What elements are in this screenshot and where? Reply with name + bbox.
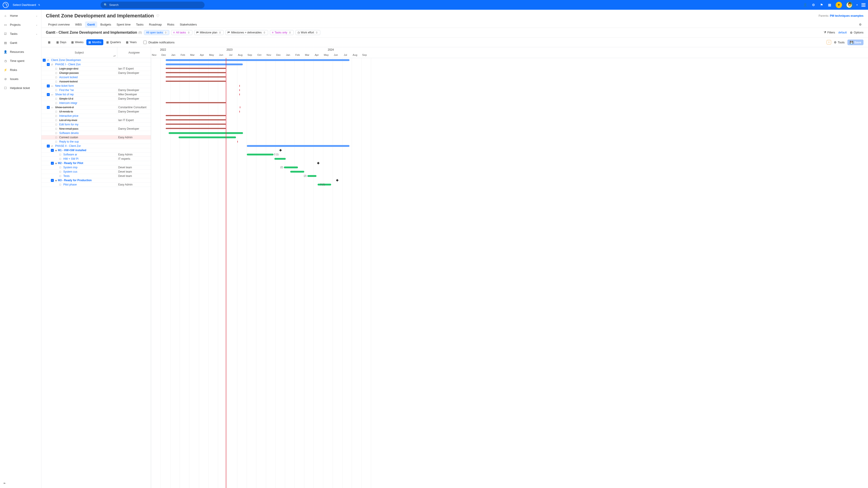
gantt-bar[interactable] bbox=[290, 171, 304, 173]
row-name[interactable]: Reply to the sup bbox=[59, 140, 79, 143]
milestone-diamond[interactable] bbox=[279, 149, 282, 151]
filter-chip[interactable]: ◷Work effort0 bbox=[296, 30, 320, 35]
tab-wbs[interactable]: WBS bbox=[73, 22, 84, 28]
dashboard-selector[interactable]: Select Dashboard ⇅ bbox=[13, 3, 40, 6]
table-row[interactable]: ☐Pilot phaseEasy Admin bbox=[41, 183, 151, 187]
sliders-icon[interactable]: ⚙ bbox=[811, 3, 815, 7]
expand-toggle[interactable]: − bbox=[47, 85, 50, 88]
table-row[interactable]: ☐Change passwoDanny Developer bbox=[41, 71, 151, 75]
gantt-bar[interactable] bbox=[247, 145, 349, 147]
sidebar-item-helpdesk-ticket[interactable]: ☐Helpdesk ticket bbox=[0, 84, 41, 92]
table-row[interactable]: ☐Software arEasy Admin bbox=[41, 153, 151, 157]
expand-toggle[interactable]: − bbox=[47, 106, 50, 109]
chevron-down-icon[interactable]: ▾ bbox=[857, 4, 858, 6]
disable-checkbox[interactable] bbox=[143, 41, 147, 44]
table-row[interactable]: ☐Reply to the sup bbox=[41, 140, 151, 144]
filter-chip[interactable]: All tasks0 bbox=[171, 30, 192, 35]
row-name[interactable]: M1 - HW+SW installed bbox=[58, 149, 86, 152]
zoom-weeks[interactable]: ▦Weeks bbox=[69, 39, 86, 45]
tab-project-overview[interactable]: Project overview bbox=[46, 22, 72, 28]
tab-gantt[interactable]: Gantt bbox=[85, 22, 97, 28]
tab-tasks[interactable]: Tasks bbox=[134, 22, 146, 28]
row-name[interactable]: Find the "ne bbox=[59, 89, 74, 92]
filter-chip[interactable]: Milestone plan0 bbox=[194, 30, 224, 35]
row-name[interactable]: Login page desi bbox=[59, 67, 79, 70]
sidebar-item-projects[interactable]: ▭Projects⌄ bbox=[0, 20, 41, 29]
row-name[interactable]: Connect custon bbox=[59, 136, 78, 139]
zoom-days[interactable]: ▦Days bbox=[54, 39, 68, 45]
row-name[interactable]: Show current cl bbox=[55, 106, 74, 109]
row-name[interactable]: System cus bbox=[63, 170, 77, 173]
gantt-bar[interactable] bbox=[168, 132, 243, 134]
filter-chip[interactable]: Milestones + deliverables0 bbox=[225, 30, 268, 35]
row-name[interactable]: Change passwo bbox=[59, 71, 79, 74]
app-logo[interactable] bbox=[3, 2, 8, 8]
expand-toggle[interactable]: − bbox=[47, 93, 50, 96]
table-row[interactable]: −∅PHASE II - Client Zor bbox=[41, 144, 151, 148]
row-name[interactable]: Edit form for my bbox=[59, 123, 79, 126]
row-name[interactable]: PHASE II - Client Zor bbox=[55, 144, 81, 148]
table-row[interactable]: ☐New email passDanny Developer bbox=[41, 127, 151, 131]
zoom-months[interactable]: ▦Months bbox=[86, 39, 103, 45]
table-row[interactable]: ☐HW + SW PlIT experts bbox=[41, 157, 151, 161]
table-row[interactable]: ☐Intercom integr bbox=[41, 101, 151, 105]
options-button[interactable]: ⚙Options bbox=[850, 31, 864, 34]
gantt-bar[interactable] bbox=[166, 119, 226, 121]
disable-notifications[interactable]: Disable notifications bbox=[143, 41, 175, 44]
row-name[interactable]: Simple UI d bbox=[59, 97, 73, 100]
row-name[interactable]: PHASE I - Client Zon bbox=[55, 63, 81, 66]
sidebar-item-tasks[interactable]: ☑Tasks⌄ bbox=[0, 29, 41, 38]
table-row[interactable]: −◆M1 - HW+SW installed bbox=[41, 148, 151, 153]
table-row[interactable]: ☐Account locked bbox=[41, 79, 151, 84]
row-name[interactable]: New ticket form bbox=[55, 84, 74, 88]
heart-icon[interactable]: ♡ bbox=[156, 14, 159, 18]
table-row[interactable]: ☐Edit form for my bbox=[41, 123, 151, 127]
row-name[interactable]: Account locked bbox=[59, 80, 78, 83]
tab-stakeholders[interactable]: Stakeholders bbox=[178, 22, 199, 28]
row-name[interactable]: Account locked bbox=[59, 76, 78, 79]
gantt-bar[interactable] bbox=[166, 124, 226, 125]
gantt-bar[interactable] bbox=[274, 158, 286, 160]
sidebar-item-gantt[interactable]: ▤Gantt bbox=[0, 38, 41, 47]
gantt-bar[interactable] bbox=[166, 68, 226, 69]
search-input[interactable]: 🔍 Search bbox=[101, 2, 205, 8]
table-row[interactable]: ☐Find the "neDanny Developer bbox=[41, 88, 151, 92]
row-name[interactable]: Show list of rep bbox=[55, 93, 74, 96]
sidebar-item-risks[interactable]: ⚡Risks bbox=[0, 65, 41, 74]
milestone-diamond[interactable] bbox=[317, 162, 319, 164]
calendar-picker[interactable]: ▦ bbox=[46, 39, 53, 45]
table-row[interactable]: −∅Client Zone Developmen bbox=[41, 58, 151, 62]
row-name[interactable]: List of my invoi bbox=[59, 119, 77, 122]
zoom-quarters[interactable]: ▦Quarters bbox=[104, 39, 123, 45]
table-row[interactable]: −◆M3 - Ready for Production bbox=[41, 178, 151, 183]
calendar-icon[interactable]: ▦ bbox=[828, 3, 832, 7]
row-name[interactable]: System imp bbox=[63, 166, 78, 169]
table-row[interactable]: −▭Show current clConstantine Consultant bbox=[41, 105, 151, 109]
expand-toggle[interactable]: − bbox=[51, 162, 54, 165]
filter-chip[interactable]: All open tasks0 bbox=[144, 30, 169, 35]
expand-toggle[interactable]: − bbox=[51, 179, 54, 182]
table-row[interactable]: −◆M2 - Ready for Pilot bbox=[41, 161, 151, 165]
table-row[interactable]: −∅PHASE I - Client Zon bbox=[41, 62, 151, 67]
gantt-bar[interactable] bbox=[166, 76, 226, 77]
table-row[interactable]: ☐Connect custonEasy Admin bbox=[41, 135, 151, 140]
collapse-sidebar-button[interactable]: ⇤ bbox=[0, 478, 41, 488]
table-row[interactable]: ☐Account locked bbox=[41, 75, 151, 79]
table-row[interactable]: ☐Simple UI dDanny Developer bbox=[41, 97, 151, 101]
sort-icon[interactable]: ▴▾ bbox=[114, 55, 116, 57]
gantt-bar[interactable] bbox=[166, 115, 226, 116]
tools-button[interactable]: ⚙Tools bbox=[834, 41, 844, 44]
subject-header[interactable]: Subject bbox=[74, 51, 84, 54]
save-button[interactable]: 💾Save bbox=[847, 39, 864, 45]
info-badge[interactable]: i bbox=[827, 40, 831, 44]
table-row[interactable]: ☐Login page desiIan IT Expert bbox=[41, 67, 151, 71]
table-row[interactable]: ☐List of my invoiIan IT Expert bbox=[41, 118, 151, 123]
sidebar-item-resources[interactable]: 👤Resources bbox=[0, 47, 41, 56]
gantt-bar[interactable] bbox=[166, 102, 226, 103]
milestone-diamond[interactable] bbox=[336, 179, 338, 182]
row-name[interactable]: Software develo bbox=[59, 131, 79, 135]
expand-toggle[interactable]: − bbox=[43, 59, 46, 62]
assignee-header[interactable]: Assignee bbox=[128, 51, 140, 54]
row-name[interactable]: Software ar bbox=[63, 153, 77, 156]
user-icon[interactable]: 👤 bbox=[803, 3, 807, 7]
